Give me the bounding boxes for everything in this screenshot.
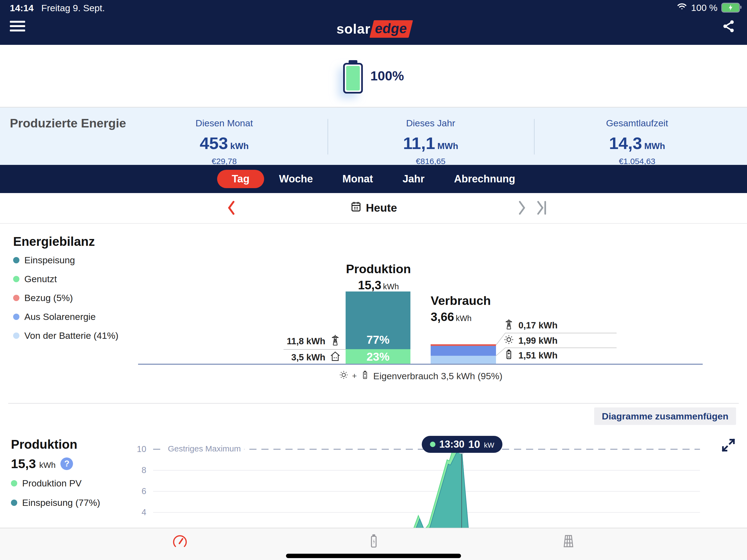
legend-dot [13,257,19,263]
sun-icon [338,370,349,382]
stat-cost: €1.054,63 [552,157,722,166]
help-icon[interactable]: ? [60,457,73,470]
home-indicator[interactable] [286,554,461,558]
bar-segment-einspeisung: 77% [345,291,410,349]
chart-baseline [138,364,703,365]
stat-cost: €816,65 [346,157,515,166]
tab-jahr[interactable]: Jahr [388,170,439,188]
stat-label: Gesamtlaufzeit [552,118,722,128]
energy-balance-legend: Einspeisung Genutzt Bezug (5%) Aus Solar… [13,255,119,341]
expand-chart-button[interactable] [721,437,736,454]
tooltip-unit: kW [484,441,494,450]
stat-divider [534,119,535,154]
stat-this-year: Dieses Jahr 11,1MWh €816,65 [346,107,515,166]
legend-item-genutzt: Genutzt [13,274,119,284]
bar-segment-genutzt: 23% [345,349,410,364]
stat-divider [328,119,328,154]
plus-sign: + [352,371,357,381]
stat-label: Dieses Jahr [346,118,515,128]
bottom-toolbar [0,528,747,560]
bar-segment-aus-solar [431,346,496,356]
from-battery-kwh: 1,51 kWh [518,350,558,361]
legend-item-einspeisung: Einspeisung [13,255,119,265]
battery-soc: 100% [370,68,404,83]
status-bar-left: 14:14 Freitag 9. Sept. [10,3,105,14]
grid-tower-icon [503,319,515,332]
tab-woche[interactable]: Woche [264,170,328,188]
solaredge-logo: solar edge [336,20,410,38]
last-day-button[interactable] [537,201,548,216]
stat-value: 11,1MWh [346,133,515,153]
solaredge-app: 14:14 Freitag 9. Sept. 100 % solar edge … [0,0,747,560]
tooltip-series-dot [430,441,435,447]
grid-tower-icon [329,334,341,348]
status-bar-right: 100 % [676,2,740,13]
production-bar-header: Produktion 15,3kWh [337,262,419,292]
date-navigation: Heute [0,193,747,224]
production-section-title: Produktion [11,437,77,452]
yesterday-max-label: Gestriges Maximum [164,444,244,453]
chart-tooltip: 13:30 10 kW [422,436,502,453]
battery-banner: 100% [0,45,747,107]
tooltip-time: 13:30 [439,439,464,450]
production-stacked-bar[interactable]: 77% 23% [345,291,410,364]
section-divider [8,403,739,404]
status-date: Freitag 9. Sept. [41,3,105,14]
share-button[interactable] [721,19,736,34]
ytick-6: 6 [124,486,146,497]
status-battery-icon [721,3,740,12]
battery-icon [503,349,515,362]
battery-icon [360,370,370,382]
battery-tab-icon[interactable] [366,533,382,550]
legend-item-aus-solarenergie: Aus Solarenergie [13,311,119,322]
calendar-icon [350,200,362,215]
produced-energy-section: Produzierte Energie Diesen Monat 453kWh … [0,107,747,165]
tooltip-value: 10 [468,438,480,450]
stat-value: 14,3MWh [552,133,722,153]
legend-item-bezug: Bezug (5%) [13,292,119,303]
current-date[interactable]: Heute [0,193,747,223]
date-label: Heute [366,202,397,214]
tab-monat[interactable]: Monat [328,170,388,188]
sun-icon [503,334,515,348]
wifi-icon [676,2,687,13]
used-percent: 23% [345,350,410,363]
next-day-button[interactable] [518,201,526,216]
stat-label: Diesen Monat [139,118,309,128]
ytick-10: 10 [124,444,146,455]
house-icon [329,350,341,364]
self-consumption-text: Eigenverbrauch 3,5 kWh (95%) [373,371,502,381]
status-battery-pct: 100 % [691,2,718,13]
merge-charts-button[interactable]: Diagramme zusammenfügen [594,407,736,425]
self-consumption-row: + Eigenverbrauch 3,5 kWh (95%) [138,370,703,382]
menu-button[interactable] [10,21,25,34]
legend-dot [13,295,19,301]
consumption-stacked-bar[interactable] [431,344,496,364]
stat-value: 453kWh [139,133,309,153]
app-header: 14:14 Freitag 9. Sept. 100 % solar edge [0,0,747,45]
energy-balance-title: Energiebilanz [13,234,95,249]
dashboard-tab-gauge-icon[interactable] [172,533,188,550]
production-total: 15,3 kWh ? [11,456,73,471]
export-kwh: 11,8 kWh [287,336,325,347]
export-value-row: 11,8 kWh [254,334,341,348]
ytick-4: 4 [124,507,146,518]
export-percent: 77% [345,333,410,347]
stat-this-month: Diesen Monat 453kWh €29,78 [139,107,309,166]
selfuse-kwh: 3,5 kWh [291,352,325,362]
period-tabbar: Tag Woche Monat Jahr Abrechnung [0,165,747,193]
legend-dot [13,314,19,320]
logo-text-edge-badge: edge [369,20,413,38]
tab-tag[interactable]: Tag [217,170,264,188]
legend-item-von-der-batterie: Von der Batterie (41%) [13,330,119,341]
solar-layout-tab-icon[interactable] [561,533,576,550]
stat-cost: €29,78 [139,157,309,166]
legend-dot [13,332,19,339]
stat-lifetime: Gesamtlaufzeit 14,3MWh €1.054,63 [552,107,722,166]
grid-import-kwh: 0,17 kWh [518,320,558,331]
legend-item-einspeisung-pct: Einspeisung (77%) [11,498,100,508]
legend-item-produktion-pv: Produktion PV [11,478,100,489]
logo-text-solar: solar [336,21,370,37]
tab-abrechnung[interactable]: Abrechnung [439,170,530,188]
produced-energy-title: Produzierte Energie [10,116,126,130]
